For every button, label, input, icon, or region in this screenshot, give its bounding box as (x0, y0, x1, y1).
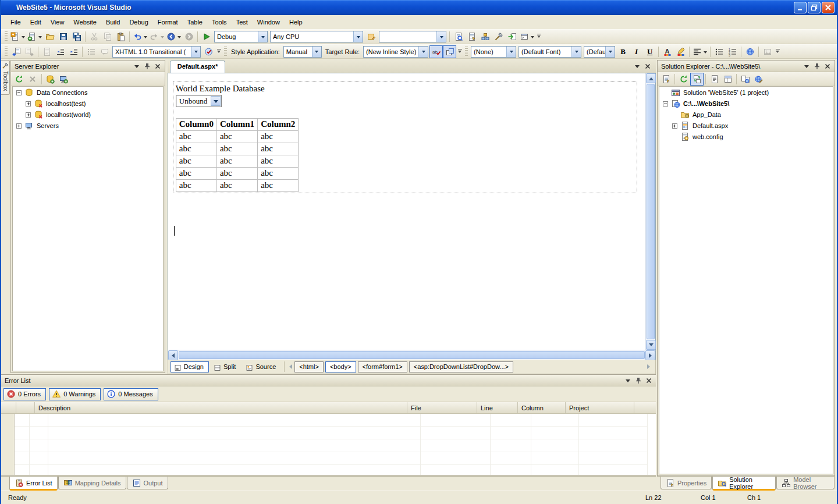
restore-button[interactable] (808, 2, 821, 13)
numbering-button[interactable]: 123 (726, 45, 739, 58)
check-page-button[interactable] (202, 45, 215, 58)
menu-help[interactable]: Help (285, 16, 307, 28)
highlight-button[interactable] (674, 45, 687, 58)
font-size-combo[interactable]: (Default (584, 46, 615, 58)
new-project-button[interactable] (9, 30, 26, 43)
paste-button[interactable] (114, 30, 127, 43)
connect-database-button[interactable] (44, 73, 57, 86)
design-vertical-scrollbar[interactable] (645, 73, 655, 350)
menu-test[interactable]: Test (232, 16, 253, 28)
menu-tools[interactable]: Tools (207, 16, 232, 28)
scroll-down-icon[interactable] (646, 340, 656, 350)
tree-item[interactable]: web.config (659, 131, 833, 142)
tag-navigator-item[interactable]: <asp:DropDownList#DropDow...> (409, 361, 513, 372)
dropdownlist-control[interactable]: Unbound (176, 95, 222, 107)
messages-filter-button[interactable]: 0 Messages (104, 388, 158, 400)
menu-window[interactable]: Window (253, 16, 285, 28)
font-name-combo[interactable]: (Default Font) (519, 46, 581, 58)
scroll-up-icon[interactable] (646, 73, 656, 83)
navigate-forward-button[interactable] (182, 30, 196, 43)
add-new-item-button[interactable] (26, 30, 43, 43)
bold-button[interactable]: B (616, 45, 630, 58)
menu-view[interactable]: View (46, 16, 69, 28)
chevron-down-icon[interactable] (571, 47, 581, 57)
comment-button[interactable] (98, 45, 111, 58)
navigate-back-page-button[interactable] (9, 45, 23, 58)
navigate-forward-page-button[interactable] (23, 45, 36, 58)
expand-icon[interactable] (16, 123, 22, 128)
close-document-icon[interactable] (643, 62, 652, 70)
view-code-button[interactable] (708, 73, 721, 86)
scroll-left-icon[interactable] (168, 350, 178, 360)
redo-button[interactable] (148, 30, 165, 43)
gridview-control[interactable]: Column0Column1Column2abcabcabcabcabcabca… (176, 118, 299, 192)
tab-mapping-details[interactable]: Mapping Details (58, 477, 126, 489)
toolbar-overflow-button[interactable] (535, 31, 542, 42)
vertical-scroll-thumb[interactable] (647, 84, 655, 339)
tag-navigator-item[interactable]: <body> (325, 361, 356, 372)
column-header-description[interactable]: Description (35, 402, 407, 413)
chevron-down-icon[interactable] (436, 31, 446, 42)
image-button[interactable] (761, 45, 774, 58)
tree-item[interactable]: localhost(test) (13, 98, 163, 109)
chevron-down-icon[interactable] (418, 47, 428, 57)
style-application-combo[interactable]: Manual (283, 46, 322, 58)
save-all-button[interactable] (70, 30, 83, 43)
cut-button[interactable] (87, 30, 101, 43)
warnings-filter-button[interactable]: 0 Warnings (49, 388, 101, 400)
show-overlay-button[interactable] (443, 45, 456, 58)
format-document-button[interactable] (40, 45, 54, 58)
tab-output[interactable]: Output (127, 477, 168, 489)
tree-item[interactable]: Servers (13, 120, 163, 131)
close-icon[interactable] (823, 62, 832, 70)
menu-debug[interactable]: Debug (125, 16, 152, 28)
start-debug-button[interactable] (200, 30, 213, 43)
open-file-button[interactable] (43, 30, 56, 43)
solution-configurations-combo[interactable]: Debug (214, 31, 268, 42)
menu-website[interactable]: Website (69, 16, 101, 28)
chevron-down-icon[interactable] (506, 47, 516, 57)
chevron-down-icon[interactable] (191, 47, 200, 57)
tree-item[interactable]: Data Connections (13, 87, 163, 98)
style-ab-check-button[interactable]: ab (429, 45, 443, 58)
document-list-chevron-down-icon[interactable] (633, 62, 642, 70)
connect-server-button[interactable] (57, 73, 70, 86)
pin-icon[interactable] (143, 62, 152, 70)
properties-page-button[interactable] (659, 73, 673, 86)
collapse-icon[interactable] (663, 101, 668, 106)
chevron-down-icon[interactable] (312, 47, 321, 57)
chevron-down-icon[interactable] (132, 62, 141, 70)
tree-item[interactable]: App_Data (659, 109, 833, 120)
refresh-button[interactable] (13, 73, 26, 86)
expand-icon[interactable] (672, 123, 677, 128)
menu-build[interactable]: Build (101, 16, 125, 28)
pin-icon[interactable] (812, 62, 822, 70)
refresh-button[interactable] (677, 73, 690, 86)
solution-explorer-button[interactable] (452, 30, 465, 43)
scroll-right-icon[interactable] (645, 350, 655, 360)
tag-path-forward-icon[interactable] (645, 361, 653, 372)
chevron-down-icon[interactable] (802, 62, 811, 70)
tree-item[interactable]: C:\...\WebSite5\ (659, 98, 833, 109)
toolbar-overflow-button[interactable] (456, 46, 463, 58)
toolbar-overflow-button[interactable] (774, 46, 781, 58)
chevron-down-icon[interactable] (605, 47, 615, 57)
solution-platforms-combo[interactable]: Any CPU (270, 31, 363, 42)
menu-edit[interactable]: Edit (26, 16, 46, 28)
minimize-button[interactable] (794, 2, 807, 13)
menu-format[interactable]: Format (153, 16, 183, 28)
tree-item[interactable]: localhost(world) (13, 109, 163, 120)
source-view-button[interactable]: Source (242, 361, 281, 372)
hyperlink-button[interactable] (743, 45, 757, 58)
save-button[interactable] (56, 30, 70, 43)
document-tab-default-aspx[interactable]: Default.aspx* (170, 61, 226, 73)
design-view-button[interactable]: Design (171, 361, 209, 372)
undo-button[interactable] (132, 30, 148, 43)
italic-button[interactable]: I (630, 45, 643, 58)
menu-file[interactable]: File (6, 16, 26, 28)
choose-toolbox-items-button[interactable] (492, 30, 505, 43)
close-icon[interactable] (644, 376, 654, 385)
horizontal-scroll-thumb[interactable] (179, 351, 645, 359)
collapse-icon[interactable] (16, 90, 22, 95)
properties-window-button[interactable] (465, 30, 478, 43)
